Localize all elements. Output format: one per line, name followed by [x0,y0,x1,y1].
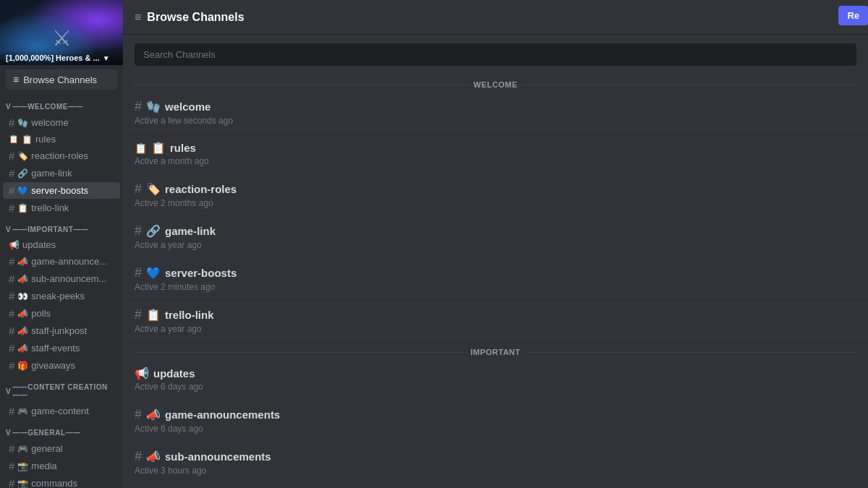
hash-icon: # [9,290,14,302]
sidebar-channel-staff-events[interactable]: # 📣 staff-events [3,340,120,356]
sidebar-channel-media[interactable]: # 📸 media [3,458,120,474]
channel-name: staff-events [31,343,80,354]
sidebar-channel-sneak-peeks[interactable]: # 👀 sneak-peeks [3,288,120,304]
hash-icon: # [135,181,142,197]
list-item-sub-announcements[interactable]: # 📣 sub-announcements Active 3 hours ago [123,442,868,484]
list-category-welcome: WELCOME [123,74,868,92]
channel-list-emoji: 📋 [151,141,166,155]
channel-emoji: 📣 [17,274,28,284]
channel-name: giveaways [31,360,75,371]
channel-emoji: 🎮 [17,444,28,454]
channel-list-emoji: 📋 [146,308,161,322]
channel-name: polls [31,308,51,319]
hash-icon: # [135,307,142,322]
rules-icon: 📋 [135,142,147,154]
list-item-header: # 💙 server-boosts [135,265,856,281]
channel-list-status: Active a few seconds ago [135,116,856,126]
list-item-welcome[interactable]: # 🧤 welcome Active a few seconds ago [123,92,868,134]
list-item-server-boosts[interactable]: # 💙 server-boosts Active 2 minutes ago [123,258,868,300]
re-button[interactable]: Re [838,6,868,25]
sidebar-channel-game-content[interactable]: # 🎮 game-content [3,403,120,419]
channel-list-status: Active 3 hours ago [135,466,856,476]
hash-icon: # [9,460,14,472]
hash-icon: # [9,442,14,455]
chevron-down-icon: v [6,388,11,395]
hash-icon: # [9,359,14,372]
channel-name: staff-junkpost [31,325,87,336]
sidebar-channel-trello-link[interactable]: # 📋 trello-link [3,200,120,216]
sidebar-channel-welcome[interactable]: # 🧤 welcome [3,114,120,131]
channel-emoji: 🎁 [17,361,28,371]
page-title: Browse Channels [147,11,244,24]
channel-list-scroll: WELCOME # 🧤 welcome Active a few seconds… [123,74,868,488]
channel-name: sneak-peeks [31,291,85,301]
sidebar-channel-server-boosts[interactable]: # 💙 server-boosts [3,182,120,199]
chevron-down-icon: v [6,226,11,234]
sidebar-channel-giveaways[interactable]: # 🎁 giveaways [3,357,120,374]
server-banner[interactable]: [1,000,000%] Heroes & ... ▼ [0,0,123,65]
sidebar-channel-updates[interactable]: 📢 updates [3,237,120,252]
channel-list-emoji: 📣 [146,408,161,421]
list-item-reaction-roles[interactable]: # 🏷️ reaction-roles Active 2 months ago [123,174,868,216]
hash-icon: # [9,325,14,337]
search-input[interactable] [135,43,856,66]
hash-icon: # [135,223,142,239]
channel-name: game-content [31,406,89,416]
channel-emoji: 🧤 [17,118,28,128]
channel-name: trello-link [31,202,69,213]
sidebar-channel-polls[interactable]: # 📣 polls [3,305,120,322]
channel-list-status: Active a year ago [135,324,856,334]
channel-list-name: game-link [165,225,216,237]
sidebar-channel-game-announce[interactable]: # 📣 game-announce... [3,253,120,270]
list-item-rules[interactable]: 📋 📋 rules Active a month ago [123,134,868,174]
channel-list-status: Active 2 months ago [135,198,856,208]
list-item-trello-link[interactable]: # 📋 trello-link Active a year ago [123,300,868,342]
hash-icon: # [9,273,14,285]
hash-icon: # [9,116,14,129]
channel-list-name: sub-announcements [165,450,271,463]
sidebar-category-content-creation: v ——CONTENT CREATION—— [0,374,123,402]
list-category-important: IMPORTANT [123,342,868,359]
list-item-updates[interactable]: 📢 updates Active 6 days ago [123,359,868,400]
server-banner-overlay: [1,000,000%] Heroes & ... ▼ [0,51,123,65]
channel-list-status: Active a month ago [135,156,856,166]
hash-icon: # [9,307,14,320]
main-content: ≡ Browse Channels Re WELCOME # 🧤 welcome… [123,0,868,488]
channel-emoji: 📣 [17,326,28,336]
list-item-header: 📢 updates [135,367,856,380]
sidebar-channel-staff-junkpost[interactable]: # 📣 staff-junkpost [3,322,120,339]
sidebar-channel-commands[interactable]: # 📸 commands [3,475,120,488]
browse-channels-sidebar-label: Browse Channels [23,74,97,85]
list-item-game-announcements[interactable]: # 📣 game-announcements Active 6 days ago [123,400,868,442]
channel-list-name: rules [170,142,196,154]
hash-icon: # [9,477,14,488]
sidebar-channel-general[interactable]: # 🎮 general [3,440,120,457]
browse-channels-sidebar-btn[interactable]: ≡ Browse Channels [6,69,117,90]
sidebar: [1,000,000%] Heroes & ... ▼ ≡ Browse Cha… [0,0,123,488]
channel-list-name: server-boosts [165,267,237,279]
channel-emoji: 🔗 [17,168,28,179]
announce-icon: 📢 [135,367,149,380]
browse-channels-icon: ≡ [135,11,141,24]
list-item-header: # 🧤 welcome [135,99,856,114]
channel-name: sub-announcem... [31,273,106,284]
hash-icon: # [135,265,142,281]
hash-icon: # [135,449,142,464]
chevron-down-icon: v [6,429,11,437]
list-item-header: # 🔗 game-link [135,223,856,239]
sidebar-channel-sub-announce[interactable]: # 📣 sub-announcem... [3,270,120,287]
channel-emoji: 📣 [17,257,28,267]
sidebar-channel-rules[interactable]: 📋 📋 rules [3,132,120,147]
channel-list-name: reaction-roles [165,183,237,195]
hash-icon: 📋 [9,134,19,144]
list-item-header: # 🏷️ reaction-roles [135,181,856,197]
channel-emoji: 🏷️ [17,151,28,161]
search-bar-container [123,35,868,74]
sidebar-channel-reaction-roles[interactable]: # 🏷️ reaction-roles [3,147,120,164]
channel-name: welcome [31,117,68,128]
channel-emoji: 📸 [17,479,28,489]
channel-emoji: 📸 [17,461,28,471]
sidebar-channel-game-link[interactable]: # 🔗 game-link [3,165,120,181]
list-item-sneak-peeks[interactable]: # 👀 sneak-peeks Active 18 hours ago [123,484,868,488]
list-item-game-link[interactable]: # 🔗 game-link Active a year ago [123,216,868,258]
